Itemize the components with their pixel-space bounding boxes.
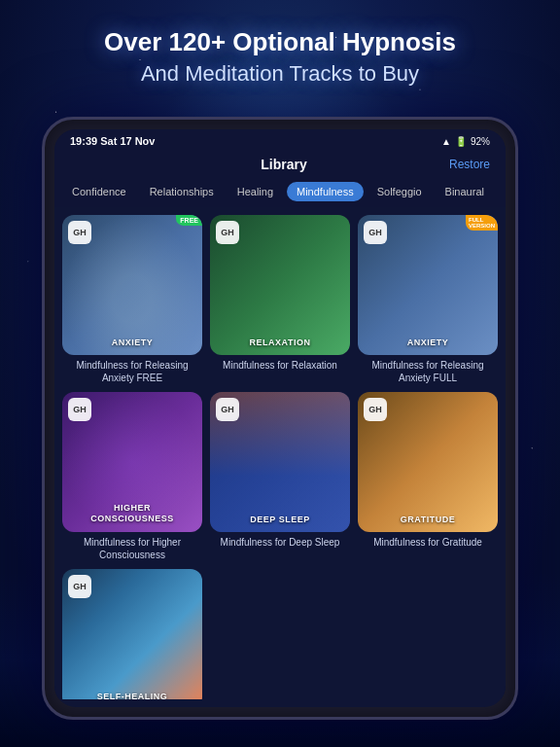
- ipad-screen: 19:39 Sat 17 Nov ▲ 🔋 92% Library Restore…: [54, 129, 506, 707]
- album-label: Self-Healing: [97, 692, 168, 699]
- list-item[interactable]: GH Relaxation Mindfulness for Relaxation: [210, 215, 350, 384]
- album-art-anxiety-free: GH FREE Anxiety: [62, 215, 202, 355]
- nav-bar: Library Restore: [54, 153, 506, 176]
- tab-solfeggio[interactable]: Solfeggio: [368, 182, 432, 201]
- free-badge: FREE: [176, 215, 202, 226]
- main-subheadline: And Meditation Tracks to Buy: [0, 61, 560, 87]
- nav-title: Library: [119, 157, 449, 172]
- item-title: Mindfulness for Releasing Anxiety FULL: [358, 359, 498, 384]
- album-label: Gratitude: [401, 515, 455, 524]
- list-item[interactable]: GH HigherConsciousness Mindfulness for H…: [62, 392, 202, 561]
- album-art-anxiety-full: GH FULLVERSION Anxiety: [358, 215, 498, 355]
- item-title: Mindfulness for Releasing Anxiety FREE: [62, 359, 202, 384]
- status-bar: 19:39 Sat 17 Nov ▲ 🔋 92%: [54, 129, 506, 153]
- status-right: ▲ 🔋 92%: [441, 136, 490, 147]
- wifi-icon: ▲: [441, 136, 451, 147]
- gh-logo: GH: [68, 221, 91, 244]
- album-art-relaxation: GH Relaxation: [210, 215, 350, 355]
- header-section: Over 120+ Optional Hypnosis And Meditati…: [0, 27, 560, 87]
- tab-mindfulness[interactable]: Mindfulness: [287, 182, 364, 201]
- tab-workout[interactable]: Workout: [498, 182, 506, 201]
- album-label: Anxiety: [407, 338, 449, 347]
- album-art-higher: GH HigherConsciousness: [62, 392, 202, 532]
- gh-logo: GH: [216, 221, 239, 244]
- album-label: HigherConsciousness: [90, 503, 174, 524]
- list-item[interactable]: GH Deep Sleep Mindfulness for Deep Sleep: [210, 392, 350, 561]
- restore-button[interactable]: Restore: [449, 158, 490, 171]
- item-title: Mindfulness for Gratitude: [371, 536, 484, 549]
- gh-logo: GH: [68, 575, 91, 598]
- album-art-deep-sleep: GH Deep Sleep: [210, 392, 350, 532]
- album-art-self-healing: GH Self-Healing: [62, 569, 202, 699]
- tab-binaural[interactable]: Binaural: [436, 182, 494, 201]
- battery-percent: 92%: [471, 136, 490, 147]
- list-item[interactable]: GH FULLVERSION Anxiety Mindfulness for R…: [358, 215, 498, 384]
- gh-logo: GH: [68, 398, 91, 421]
- list-item[interactable]: GH Gratitude Mindfulness for Gratitude: [358, 392, 498, 561]
- ipad-frame: 19:39 Sat 17 Nov ▲ 🔋 92% Library Restore…: [42, 117, 518, 720]
- status-time: 19:39 Sat 17 Nov: [70, 135, 155, 147]
- album-art-gratitude: GH Gratitude: [358, 392, 498, 532]
- gh-logo: GH: [364, 221, 387, 244]
- filter-tabs: Confidence Relationships Healing Mindful…: [54, 176, 506, 207]
- gh-logo: GH: [364, 398, 387, 421]
- tab-confidence[interactable]: Confidence: [62, 182, 136, 201]
- item-title: Mindfulness for Deep Sleep: [219, 536, 342, 549]
- list-item[interactable]: GH Self-Healing Mindfulness for Self-Hea…: [62, 569, 202, 699]
- main-headline: Over 120+ Optional Hypnosis: [0, 27, 560, 57]
- tab-healing[interactable]: Healing: [228, 182, 283, 201]
- item-title: Mindfulness for Relaxation: [221, 359, 339, 372]
- gh-logo: GH: [216, 398, 239, 421]
- tab-relationships[interactable]: Relationships: [140, 182, 224, 201]
- list-item[interactable]: GH FREE Anxiety Mindfulness for Releasin…: [62, 215, 202, 384]
- battery-icon: 🔋: [455, 136, 467, 147]
- full-version-badge: FULLVERSION: [466, 215, 498, 231]
- content-grid: GH FREE Anxiety Mindfulness for Releasin…: [54, 207, 506, 699]
- album-label: Relaxation: [250, 338, 311, 347]
- item-title: Mindfulness for Higher Consciousness: [62, 536, 202, 561]
- album-label: Anxiety: [112, 338, 154, 347]
- album-label: Deep Sleep: [250, 515, 309, 524]
